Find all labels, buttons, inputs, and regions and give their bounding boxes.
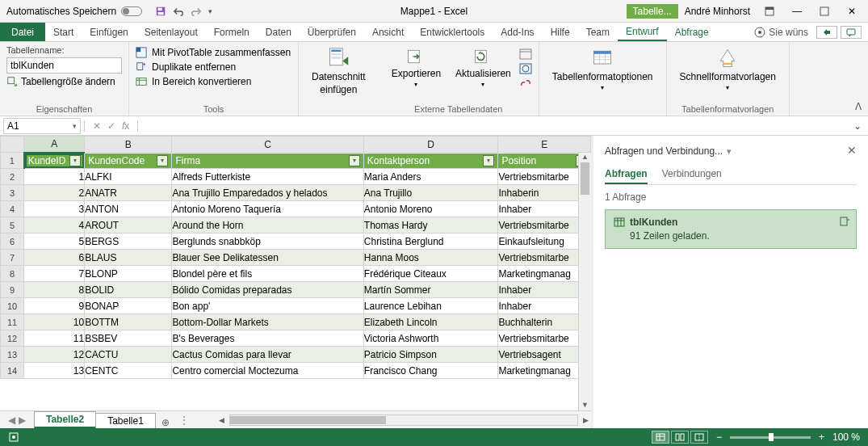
table-header-cell[interactable]: KundeID▾ — [24, 153, 85, 169]
cell[interactable]: Inhaberin — [498, 185, 591, 201]
cell[interactable]: 3 — [24, 201, 85, 217]
cell[interactable]: Victoria Ashworth — [363, 330, 498, 347]
cancel-formula-icon[interactable]: ✕ — [93, 120, 101, 132]
cell[interactable]: 4 — [24, 217, 85, 234]
tell-me-icon[interactable]: Sie wüns — [754, 27, 808, 38]
view-normal-icon[interactable] — [652, 431, 669, 444]
cell[interactable]: Bólido Comidas preparadas — [172, 282, 363, 298]
sheet-nav-prev-icon[interactable]: ◀ — [8, 414, 15, 426]
cell[interactable]: Ana Trujillo Emparedados y helados — [172, 185, 363, 201]
cell[interactable]: ANTON — [85, 201, 172, 217]
tab-addins[interactable]: Add-Ins — [493, 23, 542, 41]
zoom-level[interactable]: 100 % — [832, 431, 860, 443]
col-head-c[interactable]: C — [172, 137, 363, 153]
panel-close-button[interactable]: ✕ — [847, 144, 857, 157]
cell[interactable]: BONAP — [85, 298, 172, 314]
vertical-scrollbar[interactable]: ▲▼ — [578, 153, 591, 410]
col-head-a[interactable]: A — [24, 137, 85, 153]
cell[interactable]: Christina Berglund — [363, 234, 498, 250]
cell[interactable]: Bon app' — [172, 298, 363, 314]
unlink-icon[interactable] — [519, 78, 532, 89]
cell[interactable]: Inhaber — [498, 298, 591, 314]
undo-icon[interactable] — [173, 6, 184, 17]
tab-entwicklertools[interactable]: Entwicklertools — [412, 23, 493, 41]
cell[interactable]: 1 — [24, 169, 85, 185]
cell[interactable]: Antonio Moreno — [363, 201, 498, 217]
cell[interactable]: Elizabeth Lincoln — [363, 314, 498, 330]
cell[interactable]: Vertriebsmitarbe — [498, 330, 591, 347]
cell[interactable]: Blauer See Delikatessen — [172, 250, 363, 266]
remove-duplicates-button[interactable]: Duplikate entfernen — [136, 60, 291, 74]
share-button[interactable] — [816, 26, 837, 39]
cell[interactable]: Blondel père et fils — [172, 266, 363, 282]
cell[interactable]: ANATR — [85, 185, 172, 201]
enter-formula-icon[interactable]: ✓ — [107, 120, 115, 132]
cell[interactable]: BERGS — [85, 234, 172, 250]
row-head[interactable]: 6 — [1, 234, 24, 250]
insert-slicer-button[interactable]: Datenschnitt einfügen — [305, 45, 372, 97]
cell[interactable]: Patricio Simpson — [363, 347, 498, 363]
resize-table-button[interactable]: Tabellengröße ändern — [6, 76, 122, 87]
zoom-slider[interactable] — [730, 436, 811, 439]
worksheet-grid[interactable]: A B C D E 1KundeID▾KundenCode▾Firma▾Kont… — [0, 136, 591, 379]
zoom-in-button[interactable]: + — [819, 431, 824, 443]
tab-file[interactable]: Datei — [0, 23, 45, 41]
tab-einfuegen[interactable]: Einfügen — [82, 23, 136, 41]
tab-start[interactable]: Start — [45, 23, 82, 41]
cell[interactable]: Around the Horn — [172, 217, 363, 234]
filter-dropdown-icon[interactable]: ▾ — [483, 155, 494, 166]
row-head[interactable]: 5 — [1, 217, 24, 234]
cell[interactable]: Francisco Chang — [363, 363, 498, 379]
tab-abfrage[interactable]: Abfrage — [667, 23, 717, 41]
cell[interactable]: AROUT — [85, 217, 172, 234]
row-head[interactable]: 11 — [1, 314, 24, 330]
convert-range-button[interactable]: In Bereich konvertieren — [136, 74, 291, 89]
table-header-cell[interactable]: Kontaktperson▾ — [363, 153, 498, 169]
quick-styles-button[interactable]: Schnellformatvorlagen▾ — [673, 45, 782, 93]
cell[interactable]: 12 — [24, 347, 85, 363]
row-head-1[interactable]: 1 — [1, 153, 24, 169]
cell[interactable]: Frédérique Citeaux — [363, 266, 498, 282]
cell[interactable]: 8 — [24, 282, 85, 298]
new-sheet-button[interactable]: ⊕ — [155, 417, 176, 428]
ribbon-display-options-button[interactable] — [757, 2, 782, 21]
cell[interactable]: Einkaufsleitung — [498, 234, 591, 250]
refresh-button[interactable]: Aktualisieren▾ — [449, 45, 518, 90]
row-head[interactable]: 12 — [1, 330, 24, 347]
cell[interactable]: BLONP — [85, 266, 172, 282]
row-head[interactable]: 4 — [1, 201, 24, 217]
row-head[interactable]: 3 — [1, 185, 24, 201]
cell[interactable]: Centro comercial Moctezuma — [172, 363, 363, 379]
cell[interactable]: Buchhalterin — [498, 314, 591, 330]
comments-button[interactable] — [841, 26, 862, 39]
cell[interactable]: 10 — [24, 314, 85, 330]
cell[interactable]: Hanna Moos — [363, 250, 498, 266]
tab-team[interactable]: Team — [578, 23, 618, 41]
cell[interactable]: Antonio Moreno Taquería — [172, 201, 363, 217]
cell[interactable]: 7 — [24, 266, 85, 282]
tab-ueberpruefen[interactable]: Überprüfen — [300, 23, 364, 41]
export-button[interactable]: Exportieren▾ — [385, 45, 447, 90]
panel-tab-verbindungen[interactable]: Verbindungen — [662, 165, 722, 184]
cell[interactable]: Inhaber — [498, 201, 591, 217]
table-header-cell[interactable]: Firma▾ — [172, 153, 363, 169]
user-name[interactable]: André Minhorst — [685, 6, 750, 17]
cell[interactable]: Martín Sommer — [363, 282, 498, 298]
row-head[interactable]: 9 — [1, 282, 24, 298]
save-icon[interactable] — [155, 6, 166, 17]
cell[interactable]: BOLID — [85, 282, 172, 298]
open-browser-icon[interactable] — [519, 63, 532, 74]
tab-daten[interactable]: Daten — [258, 23, 300, 41]
select-all-corner[interactable] — [1, 137, 24, 153]
cell[interactable]: Marketingmanag — [498, 266, 591, 282]
cell[interactable]: Vertriebsmitarbe — [498, 169, 591, 185]
table-style-options-button[interactable]: Tabellenformatoptionen▾ — [546, 45, 660, 93]
cell[interactable]: CENTC — [85, 363, 172, 379]
view-page-break-icon[interactable] — [690, 431, 708, 444]
cell[interactable]: Marketingmanag — [498, 363, 591, 379]
cell[interactable]: 11 — [24, 330, 85, 347]
tab-entwurf[interactable]: Entwurf — [618, 23, 667, 41]
autosave-toggle[interactable] — [121, 6, 142, 16]
cell[interactable]: Laurence Lebihan — [363, 298, 498, 314]
close-button[interactable]: ✕ — [839, 2, 865, 21]
